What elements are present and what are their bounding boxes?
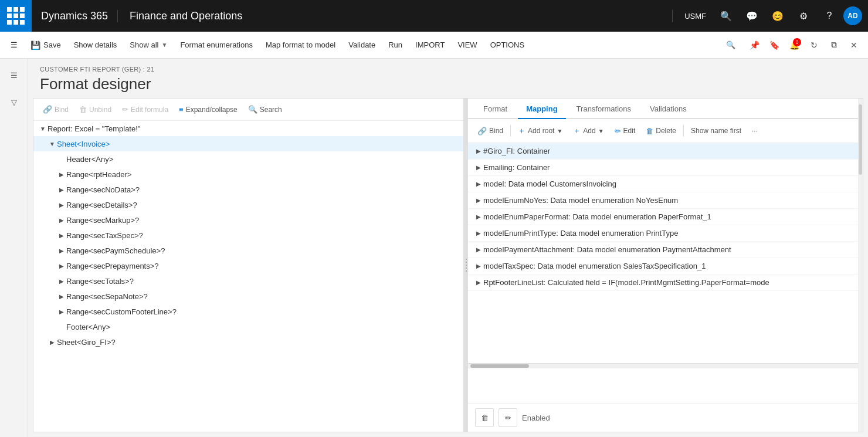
topbar-right: USMF 🔍 💬 😊 ⚙ ? AD (673, 4, 868, 28)
map-row[interactable]: ▶ modelTaxSpec: Data model enumeration S… (468, 258, 858, 275)
hamburger-menu[interactable]: ☰ (5, 37, 23, 53)
map-row[interactable]: ▶ modelEnumNoYes: Data model enumeration… (468, 192, 858, 209)
expand-icon[interactable]: ▶ (474, 263, 483, 269)
scroll-thumb[interactable] (470, 364, 529, 368)
settings-icon[interactable]: ⚙ (792, 4, 815, 28)
tree-row[interactable]: ▼ Report: Excel = "Template!" (33, 121, 463, 136)
link-icon: 🔗 (477, 127, 487, 135)
expand-icon[interactable]: ▶ (474, 214, 483, 220)
tab-transformations[interactable]: Transformations (568, 99, 639, 119)
edit-button[interactable]: ✏ Edit (610, 124, 640, 138)
tree-row[interactable]: ▶ Range<secSepaNote>? (33, 289, 463, 304)
expand-icon[interactable]: ▶ (57, 231, 66, 240)
expand-icon[interactable]: ▶ (474, 164, 483, 171)
open-new-icon[interactable]: ⧉ (825, 36, 843, 55)
expand-icon[interactable]: ▶ (57, 276, 66, 286)
tab-validations[interactable]: Validations (642, 99, 695, 119)
expand-icon[interactable]: ▼ (48, 139, 57, 148)
add-root-button[interactable]: ＋ Add root ▼ (513, 123, 567, 139)
save-button[interactable]: 💾 Save (25, 37, 67, 53)
show-details-button[interactable]: Show details (68, 37, 123, 53)
tree-row[interactable]: ▶ Range<secMarkup>? (33, 212, 463, 228)
tree-row[interactable]: ▶ Sheet<Giro_FI>? (33, 334, 463, 350)
show-all-button[interactable]: Show all ▼ (124, 37, 173, 53)
expand-icon[interactable]: ▶ (48, 337, 57, 347)
expand-icon[interactable]: ▶ (57, 292, 66, 301)
delete-bottom-button[interactable]: 🗑 (475, 408, 494, 427)
sidebar-menu-icon[interactable]: ☰ (4, 65, 25, 86)
tree-row[interactable]: ▶ Range<secPaymSchedule>? (33, 243, 463, 258)
expand-icon[interactable]: ▶ (57, 185, 66, 194)
delete-button[interactable]: 🗑 Delete (641, 124, 681, 138)
vertical-scrollbar[interactable] (858, 99, 863, 432)
map-row[interactable]: ▶ model: Data model CustomersInvoicing (468, 176, 858, 192)
expand-icon[interactable]: ▶ (474, 230, 483, 236)
smiley-icon[interactable]: 😊 (766, 4, 789, 28)
scroll-thumb[interactable] (859, 104, 862, 175)
map-row[interactable]: ▶ #Giro_FI: Container (468, 143, 858, 160)
import-button[interactable]: IMPORT (409, 37, 450, 53)
expand-icon[interactable]: ▶ (474, 279, 483, 286)
pin-icon[interactable]: 📌 (745, 36, 764, 55)
tree-row[interactable]: ▶ Range<secDetails>? (33, 197, 463, 212)
more-options-button[interactable]: ··· (747, 124, 762, 138)
expand-icon[interactable]: ▼ (38, 124, 48, 133)
expand-icon[interactable]: ▶ (474, 197, 483, 204)
map-format-button[interactable]: Map format to model (260, 37, 341, 53)
tree-row[interactable]: ▶ Range<secTotals>? (33, 273, 463, 289)
tree-row[interactable]: Header<Any> (33, 151, 463, 167)
mapping-bind-button[interactable]: 🔗 Bind (473, 124, 508, 138)
close-icon[interactable]: ✕ (845, 36, 863, 55)
map-row[interactable]: ▶ Emailing: Container (468, 160, 858, 176)
tab-format[interactable]: Format (475, 99, 516, 119)
expand-icon[interactable]: ▶ (474, 181, 483, 187)
expand-icon[interactable]: ▶ (57, 307, 66, 316)
edit-formula-button[interactable]: ✏ Edit formula (117, 102, 173, 117)
sidebar-filter-icon[interactable]: ▽ (4, 92, 25, 113)
tree-row[interactable]: ▶ Range<secNoData>? (33, 182, 463, 197)
tree-row[interactable]: Footer<Any> (33, 319, 463, 334)
bookmark-icon[interactable]: 🔖 (765, 36, 784, 55)
waffle-button[interactable] (0, 0, 32, 32)
expand-collapse-button[interactable]: ≡ Expand/collapse (174, 102, 242, 117)
map-row[interactable]: ▶ RptFooterLineList: Calculated field = … (468, 275, 858, 291)
map-row[interactable]: ▶ modelPaymentAttachment: Data model enu… (468, 242, 858, 258)
tab-mapping[interactable]: Mapping (518, 99, 565, 119)
tree-row[interactable]: ▶ Range<rptHeader> (33, 167, 463, 182)
validate-button[interactable]: Validate (343, 37, 381, 53)
bind-button[interactable]: 🔗 Bind (38, 102, 73, 117)
notification-icon[interactable]: 🔔 0 (785, 36, 803, 55)
unbind-button[interactable]: 🗑 Unbind (74, 102, 116, 117)
expand-icon[interactable]: ▶ (57, 170, 66, 179)
refresh-icon[interactable]: ↻ (805, 36, 823, 55)
expand-icon[interactable]: ▶ (57, 246, 66, 255)
avatar[interactable]: AD (843, 6, 862, 25)
map-row[interactable]: ▶ modelEnumPaperFormat: Data model enume… (468, 209, 858, 225)
help-icon[interactable]: ? (818, 4, 841, 28)
run-button[interactable]: Run (382, 37, 408, 53)
save-icon: 💾 (30, 40, 40, 50)
tree-row[interactable]: ▼ Sheet<Invoice> (33, 136, 463, 151)
actionbar-search-button[interactable]: 🔍 (720, 35, 741, 56)
format-enumerations-button[interactable]: Format enumerations (174, 37, 259, 53)
plus-icon: ＋ (518, 126, 525, 136)
tree-row[interactable]: ▶ Range<secTaxSpec>? (33, 228, 463, 243)
expand-icon[interactable]: ▶ (57, 215, 66, 225)
expand-icon[interactable]: ▶ (57, 261, 66, 270)
search-icon[interactable]: 🔍 (714, 4, 738, 28)
expand-icon[interactable]: ▶ (474, 148, 483, 154)
options-button[interactable]: OPTIONS (484, 37, 531, 53)
map-row[interactable]: ▶ modelEnumPrintType: Data model enumera… (468, 225, 858, 242)
show-name-first-button[interactable]: Show name first (686, 124, 746, 138)
chat-icon[interactable]: 💬 (740, 4, 764, 28)
edit-bottom-button[interactable]: ✏ (499, 408, 517, 427)
expand-icon[interactable]: ▶ (57, 200, 66, 209)
mapping-pane: Format Mapping Transformations Validatio… (468, 99, 858, 432)
view-button[interactable]: VIEW (452, 37, 483, 53)
tree-row[interactable]: ▶ Range<secPrepayments>? (33, 258, 463, 273)
expand-icon[interactable]: ▶ (474, 246, 483, 253)
add-button[interactable]: ＋ Add ▼ (568, 123, 608, 139)
search-button[interactable]: 🔍 Search (243, 102, 287, 117)
tree-row[interactable]: ▶ Range<secCustomFooterLine>? (33, 304, 463, 319)
horizontal-scrollbar[interactable] (468, 363, 858, 368)
